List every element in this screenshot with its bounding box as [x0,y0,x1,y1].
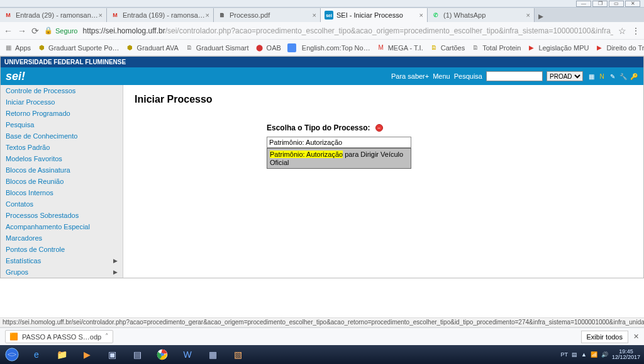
sidebar-item-expandable[interactable]: Estatísticas▶ [1,255,123,266]
sidebar-item[interactable]: Blocos de Assinatura [1,164,123,176]
bookmark-item[interactable]: ⬤OAB [255,43,281,52]
unit-select[interactable]: PROAD [547,71,583,81]
forward-button[interactable]: → [18,26,26,36]
bookmark-favicon-icon: ⬢ [37,43,46,52]
browser-tab[interactable]: seiSEI - Iniciar Processo× [321,8,428,22]
bookmark-label: Graduart AVA [137,44,179,52]
pdf-favicon-icon: 🗎 [218,11,226,20]
org-banner: UNIVERSIDADE FEDERAL FLUMINENSE [1,57,643,67]
sidebar-item[interactable]: Blocos de Reunião [1,176,123,187]
taskbar-media-icon[interactable]: ▶ [74,345,99,364]
sei-toolbar-icon[interactable]: ▦ [587,72,596,81]
sidebar-item-label: Estatísticas [6,257,41,264]
bookmarks-bar: ▦ Apps ⬢Graduart Suporte Po…⬢Graduart AV… [0,40,644,56]
taskbar-explorer-icon[interactable]: 📁 [49,345,74,364]
bookmark-item[interactable]: MMEGA - T.I. [377,43,423,52]
tray-clock[interactable]: 19:45 12/12/2017 [612,349,640,361]
taskbar-app2-icon[interactable]: ▤ [125,345,150,364]
bookmark-item[interactable]: ⬢Graduart AVA [126,43,179,52]
download-chip[interactable]: 🟧 PASSO A PASSO S…odp ˄ [5,330,113,343]
bookmark-item[interactable]: ▶Direito do Trabalho [595,43,644,52]
taskbar-app3-icon[interactable]: ▦ [200,345,225,364]
bookmark-favicon-icon: ▶ [527,43,536,52]
taskbar-impress-icon[interactable]: ▧ [225,345,250,364]
taskbar-word-icon[interactable]: W [175,345,200,364]
sidebar-item[interactable]: Pesquisa [1,119,123,130]
sidebar-item[interactable]: Marcadores [1,232,123,244]
browser-tab-strip: MEntrada (29) - ramonsan…×MEntrada (169)… [0,8,644,22]
bookmark-item[interactable]: 🗎Cartões [430,43,465,52]
bookmark-star-icon[interactable]: ☆ [618,26,626,36]
close-tab-icon[interactable]: × [526,11,530,19]
taskbar-app-icon[interactable]: ▣ [99,345,125,364]
suggestion-highlight: Patrimônio: Autorização [270,151,343,158]
url-field[interactable]: https://sei.homolog.uff.br/sei/controlad… [82,26,613,35]
apps-button[interactable]: ▦ Apps [4,43,31,52]
tray-network-icon[interactable]: 📶 [591,351,597,358]
bookmark-item[interactable]: PEnglish.com:Top No… [287,43,370,52]
taskbar-chrome-icon[interactable] [150,345,175,364]
link-para-saber[interactable]: Para saber+ [391,72,429,80]
svg-point-0 [6,348,18,361]
sei-toolbar-icon[interactable]: 🔑 [630,72,638,81]
sidebar-item[interactable]: Controle de Processos [1,85,123,96]
sidebar-item[interactable]: Blocos Internos [1,187,123,198]
sidebar-item[interactable]: Retorno Programado [1,108,123,119]
browser-tab[interactable]: 🗎Processo.pdf× [214,8,321,22]
tray-volume-icon[interactable]: 🔊 [601,351,608,358]
bookmark-item[interactable]: 🗎Total Protein [471,43,521,52]
sidebar-item[interactable]: Modelos Favoritos [1,153,123,164]
show-all-downloads-button[interactable]: Exibir todos [581,331,628,343]
search-input[interactable] [486,71,543,81]
tray-keyboard-icon[interactable]: ▤ [572,351,577,358]
apps-icon: ▦ [4,43,13,52]
tray-arrow-icon[interactable]: ▲ [581,351,587,358]
bookmark-item[interactable]: ▶Legislação MPU [527,43,589,52]
process-type-suggestion[interactable]: Patrimônio: Autorização para Dirigir Veí… [267,148,411,169]
link-menu[interactable]: Menu [433,72,450,80]
sei-toolbar-icon[interactable]: N [597,72,606,81]
new-tab-button[interactable]: ▸ [535,10,547,22]
browser-tab[interactable]: ✆(1) WhatsApp× [428,8,535,22]
close-tab-icon[interactable]: × [206,11,209,19]
tab-label: Entrada (29) - ramonsan… [16,11,98,19]
sei-top-right: Para saber+ Menu Pesquisa PROAD ▦N✎🔧🔑 [391,71,638,81]
bookmark-item[interactable]: 🗎Graduart Sismart [185,43,249,52]
sidebar-item[interactable]: Pontos de Controle [1,244,123,255]
browser-tab[interactable]: MEntrada (169) - ramonsa…× [107,8,214,22]
window-minimize-button[interactable]: — [576,1,591,7]
bookmark-item[interactable]: ⬢Graduart Suporte Po… [37,43,119,52]
start-button[interactable] [0,345,24,364]
close-tab-icon[interactable]: × [99,11,103,19]
chevron-up-icon[interactable]: ˄ [105,333,109,341]
window-close-button[interactable]: ✕ [625,1,640,7]
close-downloads-bar-icon[interactable]: ✕ [633,333,639,341]
browser-menu-icon[interactable]: ⋮ [631,26,640,36]
sidebar-item[interactable]: Contatos [1,198,123,210]
sei-toolbar-icon[interactable]: 🔧 [619,72,628,81]
wa-favicon-icon: ✆ [431,11,440,20]
sidebar-item[interactable]: Base de Conhecimento [1,130,123,142]
bookmark-favicon-icon: 🗎 [471,43,480,52]
bookmark-label: Graduart Suporte Po… [48,44,119,52]
toggle-all-types-icon[interactable]: − [375,124,383,132]
tray-lang[interactable]: PT [561,351,569,358]
sei-toolbar-icon[interactable]: ✎ [608,72,617,81]
secure-indicator: 🔒 Seguro [44,26,77,35]
taskbar-ie-icon[interactable]: e [24,345,49,364]
close-tab-icon[interactable]: × [419,11,423,19]
window-restore-button[interactable]: ❐ [592,1,608,7]
sidebar-item[interactable]: Iniciar Processo [1,96,123,108]
tab-label: Entrada (169) - ramonsa… [123,11,205,19]
bookmark-label: Cartões [441,44,465,52]
sidebar-item-expandable[interactable]: Grupos▶ [1,266,123,278]
sidebar-item[interactable]: Processos Sobrestados [1,210,123,221]
back-button[interactable]: ← [4,26,13,36]
reload-button[interactable]: ⟳ [31,26,39,36]
process-type-input[interactable] [267,137,411,148]
browser-tab[interactable]: MEntrada (29) - ramonsan…× [0,8,107,22]
close-tab-icon[interactable]: × [313,11,316,19]
sidebar-item[interactable]: Acompanhamento Especial [1,221,123,232]
window-maximize-button[interactable]: ▭ [609,1,624,7]
sidebar-item[interactable]: Textos Padrão [1,142,123,153]
